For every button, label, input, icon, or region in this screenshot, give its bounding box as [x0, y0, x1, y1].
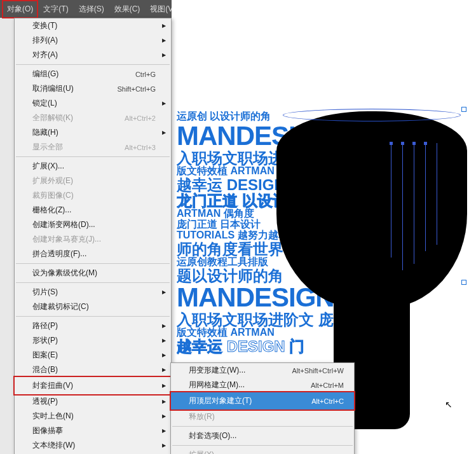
menu-item[interactable]: 排列(A)	[15, 33, 171, 48]
menu-item[interactable]: 透视(P)	[15, 394, 171, 409]
menu-item[interactable]: 锁定(L)	[15, 96, 171, 111]
menu-item[interactable]: 切片(S)	[15, 285, 171, 299]
menu-item[interactable]: 图案(E)	[15, 348, 171, 362]
menu-item[interactable]: 对齐(A)	[15, 48, 171, 62]
cursor-icon: ↖	[445, 399, 452, 409]
submenu-item[interactable]: 用网格建立(M)...Alt+Ctrl+M	[171, 378, 354, 392]
menu-item[interactable]: 变换(T)	[15, 18, 171, 33]
menu-item[interactable]: 混合(B)	[15, 362, 171, 377]
menu-item[interactable]: 实时上色(N)	[15, 409, 171, 423]
menu-effect[interactable]: 效果(C)	[109, 0, 146, 18]
submenu-item: 释放(R)	[171, 409, 354, 424]
menu-item[interactable]: 栅格化(Z)...	[15, 203, 171, 217]
menu-item[interactable]: 设为像素级优化(M)	[15, 266, 171, 280]
menu-item: 全部解锁(K)Alt+Ctrl+2	[15, 111, 171, 125]
object-menu-dropdown: 变换(T)排列(A)对齐(A)编组(G)Ctrl+G取消编组(U)Shift+C…	[14, 18, 172, 454]
menu-item[interactable]: 文本绕排(W)	[15, 438, 171, 453]
menu-item: 裁剪图像(C)	[15, 188, 171, 203]
submenu-item[interactable]: 封套选项(O)...	[171, 429, 354, 443]
menu-item[interactable]: 创建裁切标记(C)	[15, 299, 171, 314]
selection-handle[interactable]	[461, 107, 466, 112]
menu-item[interactable]: 隐藏(H)	[15, 125, 171, 140]
menu-item[interactable]: 取消编组(U)Shift+Ctrl+G	[15, 81, 171, 96]
menu-item: 显示全部Alt+Ctrl+3	[15, 140, 171, 155]
submenu-item[interactable]: 用顶层对象建立(T)Alt+Ctrl+C	[170, 391, 355, 411]
submenu-item[interactable]: 用变形建立(W)...Alt+Shift+Ctrl+W	[171, 363, 354, 378]
menu-item[interactable]: 封套扭曲(V)	[13, 376, 172, 396]
menu-item[interactable]: 图像描摹	[15, 423, 171, 438]
submenu-item: 扩展(X)	[171, 448, 354, 454]
menu-item: 扩展外观(E)	[15, 174, 171, 188]
menu-item[interactable]: 编组(G)Ctrl+G	[15, 67, 171, 81]
envelope-submenu: 用变形建立(W)...Alt+Shift+Ctrl+W用网格建立(M)...Al…	[170, 362, 355, 454]
menu-item: 创建对象马赛克(J)...	[15, 232, 171, 247]
selection-handle[interactable]	[461, 280, 466, 285]
menu-item[interactable]: 路径(P)	[15, 319, 171, 333]
menu-item[interactable]: 形状(P)	[15, 333, 171, 348]
menu-item[interactable]: 扩展(X)...	[15, 159, 171, 174]
menu-select[interactable]: 选择(S)	[74, 0, 109, 18]
menu-object[interactable]: 对象(O)	[2, 0, 38, 18]
menu-item[interactable]: 拼合透明度(F)...	[15, 247, 171, 261]
menu-type[interactable]: 文字(T)	[38, 0, 73, 18]
menu-item[interactable]: 创建渐变网格(D)...	[15, 217, 171, 232]
